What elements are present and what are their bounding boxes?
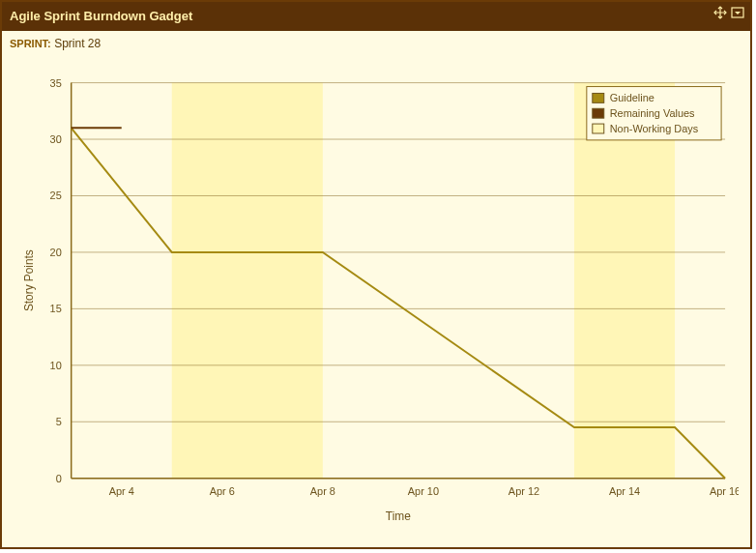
non-working-band: [172, 83, 323, 479]
sprint-line: SPRINT: Sprint 28: [2, 31, 750, 50]
y-tick-label: 15: [50, 303, 62, 314]
legend-label: Remaining Values: [610, 107, 695, 119]
non-working-band: [574, 83, 675, 479]
y-tick-label: 10: [50, 360, 62, 371]
y-tick-label: 0: [56, 473, 62, 484]
legend-swatch: [593, 124, 604, 133]
y-tick-label: 20: [50, 247, 62, 258]
y-tick-label: 5: [56, 416, 62, 427]
y-tick-label: 25: [50, 189, 62, 201]
gadget-header: Agile Sprint Burndown Gadget: [2, 2, 750, 31]
x-axis-title: Time: [386, 509, 411, 523]
y-axis-title: Story Points: [22, 249, 36, 311]
sprint-label: SPRINT:: [10, 38, 51, 49]
x-tick-label: Apr 8: [310, 486, 335, 498]
x-tick-label: Apr 14: [609, 486, 640, 498]
gadget-container: Agile Sprint Burndown Gadget SPRINT: Spr…: [0, 0, 752, 549]
legend-swatch: [593, 93, 604, 102]
gadget-title: Agile Sprint Burndown Gadget: [10, 9, 192, 23]
x-tick-label: Apr 16: [710, 486, 739, 498]
move-icon[interactable]: [713, 6, 727, 19]
y-tick-label: 35: [50, 77, 62, 89]
legend-label: Guideline: [610, 92, 654, 103]
burndown-chart: 05101520253035Apr 4Apr 6Apr 8Apr 10Apr 1…: [14, 50, 739, 536]
x-tick-label: Apr 10: [408, 486, 439, 498]
x-tick-label: Apr 6: [210, 486, 235, 498]
sprint-name: Sprint 28: [54, 37, 101, 50]
legend-label: Non-Working Days: [610, 123, 699, 134]
gadget-controls: [713, 6, 744, 19]
x-tick-label: Apr 12: [509, 486, 539, 498]
menu-dropdown-icon[interactable]: [731, 6, 744, 19]
legend-swatch: [593, 108, 604, 118]
y-tick-label: 30: [50, 133, 62, 145]
x-tick-label: Apr 4: [109, 486, 134, 498]
